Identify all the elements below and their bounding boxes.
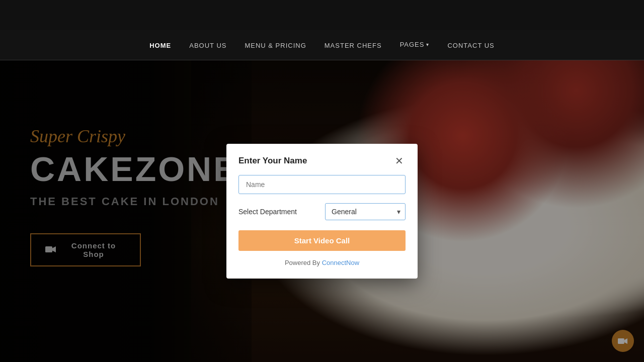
navbar: HOME ABOUT US MENU & PRICING MASTER CHEF…: [0, 30, 644, 60]
nav-link-chefs[interactable]: MASTER CHEFS: [325, 42, 382, 49]
nav-item-pages[interactable]: PAGES ▾: [400, 41, 430, 50]
connectnow-link[interactable]: ConnectNow: [322, 259, 359, 266]
nav-link-contact[interactable]: CONTACT US: [447, 42, 494, 49]
chevron-down-icon: ▾: [426, 42, 429, 47]
nav-links: HOME ABOUT US MENU & PRICING MASTER CHEF…: [149, 41, 495, 50]
modal-close-button[interactable]: ✕: [393, 156, 406, 166]
department-select[interactable]: General Sales Support Billing: [325, 203, 406, 220]
hero-section: Super Crispy CAKEZONE THE BEST CAKE IN L…: [0, 60, 644, 362]
department-label: Select Department: [238, 208, 297, 216]
powered-by-text: Powered By: [285, 259, 320, 266]
nav-item-chefs[interactable]: MASTER CHEFS: [325, 41, 382, 50]
department-row: Select Department General Sales Support …: [238, 203, 406, 220]
nav-item-menu[interactable]: MENU & PRICING: [245, 41, 306, 50]
nav-item-about[interactable]: ABOUT US: [189, 41, 226, 50]
nav-link-pages[interactable]: PAGES ▾: [400, 41, 430, 48]
name-input[interactable]: [238, 175, 406, 194]
nav-item-contact[interactable]: CONTACT US: [447, 41, 494, 50]
start-video-call-button[interactable]: Start Video Call: [238, 230, 406, 251]
modal-title: Enter Your Name: [238, 156, 307, 166]
modal-header: Enter Your Name ✕: [238, 156, 406, 166]
powered-by-footer: Powered By ConnectNow: [238, 259, 406, 266]
top-bar: [0, 0, 644, 30]
nav-link-menu[interactable]: MENU & PRICING: [245, 42, 306, 49]
modal-overlay: Enter Your Name ✕ Select Department Gene…: [0, 60, 644, 362]
department-select-wrap[interactable]: General Sales Support Billing: [325, 203, 406, 220]
nav-link-home[interactable]: HOME: [149, 42, 171, 49]
video-call-modal: Enter Your Name ✕ Select Department Gene…: [226, 144, 418, 279]
nav-item-home[interactable]: HOME: [149, 41, 171, 50]
nav-link-about[interactable]: ABOUT US: [189, 42, 226, 49]
